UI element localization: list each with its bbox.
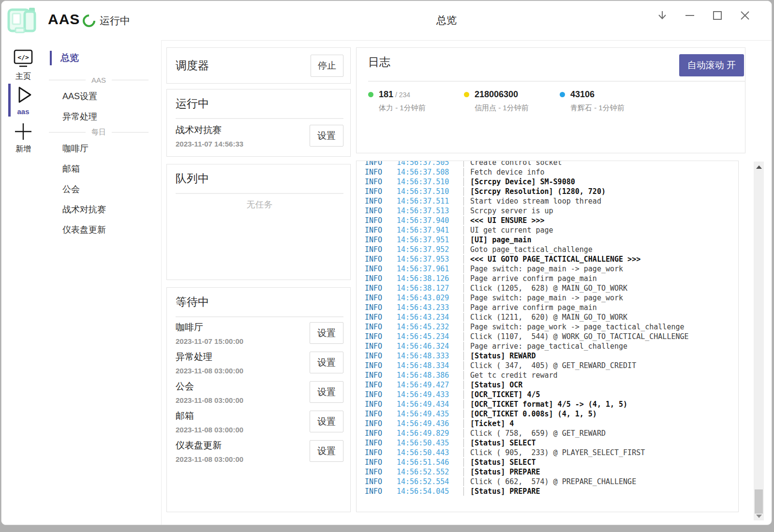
- scheduler-title: 调度器: [176, 58, 209, 73]
- close-button[interactable]: [739, 10, 751, 23]
- running-task-row: 战术对抗赛 2023-11-07 14:56:33 设置: [176, 124, 343, 148]
- waiting-task-row: 仪表盘更新2023-11-08 03:00:00设置: [176, 439, 343, 469]
- log-line: INFO14:56:38.126Page arrive confirm page…: [357, 274, 738, 283]
- task-name: 邮箱: [176, 410, 243, 422]
- resource-stat: 181 / 234体力 - 1分钟前: [368, 89, 426, 113]
- log-line: INFO14:56:37.952Goto page_tactical_chall…: [357, 245, 738, 254]
- log-line: INFO14:56:37.940<<< UI ENSURE >>>: [357, 216, 738, 225]
- stat-dot-icon: [464, 92, 469, 97]
- task-settings-button[interactable]: 设置: [310, 381, 343, 403]
- maximize-icon: [711, 9, 724, 24]
- menu-item-异常处理[interactable]: 异常处理: [45, 106, 161, 127]
- scrollbar-up-arrow-icon[interactable]: [754, 163, 764, 170]
- log-line: INFO14:56:52.552[Status] PREPARE: [357, 467, 738, 477]
- stop-button[interactable]: 停止: [311, 55, 343, 77]
- menu-item-战术对抗赛[interactable]: 战术对抗赛: [45, 199, 161, 220]
- scrollbar-thumb[interactable]: [755, 489, 763, 514]
- icon-rail: </>主页aas新增: [1, 40, 45, 525]
- menu-item-公会[interactable]: 公会: [45, 179, 161, 199]
- log-line: INFO14:56:37.941UI get current page: [357, 225, 738, 235]
- menu-item-总览[interactable]: 总览: [45, 50, 161, 66]
- waiting-task-row: 邮箱2023-11-08 03:00:00设置: [176, 410, 343, 439]
- download-button[interactable]: [656, 10, 669, 23]
- log-line: INFO14:56:37.510[Scrcpy Resolution] (128…: [357, 187, 738, 196]
- sidebar-menu: 总览AASAAS设置异常处理每日咖啡厅邮箱公会战术对抗赛仪表盘更新: [45, 40, 162, 525]
- queue-empty-text: 无任务: [176, 199, 343, 210]
- minimize-icon: [684, 9, 696, 24]
- log-line: INFO14:56:37.508Fetch device info: [357, 167, 738, 177]
- app-status-text: 运行中: [100, 14, 130, 28]
- queue-card: 队列中 无任务: [166, 164, 351, 280]
- log-line: INFO14:56:45.232Page switch: page_work -…: [357, 322, 738, 332]
- stat-dot-icon: [560, 92, 565, 97]
- rail-item-label: 主页: [1, 72, 45, 82]
- rail-item-aas[interactable]: aas: [1, 84, 45, 116]
- task-name: 仪表盘更新: [176, 439, 243, 452]
- task-time: 2023-11-08 03:00:00: [176, 367, 243, 375]
- menu-item-咖啡厅[interactable]: 咖啡厅: [45, 138, 161, 159]
- scrollbar-down-arrow-icon[interactable]: [754, 513, 764, 519]
- log-line: INFO14:56:37.951[UI] page_main: [357, 235, 738, 245]
- rail-item-label: aas: [1, 107, 45, 116]
- waiting-task-row: 咖啡厅2023-11-07 15:00:00设置: [176, 321, 343, 351]
- app-window: AAS 运行中 总览 </>主页aas新增 总览AASAAS设置异常处理每日咖啡…: [1, 0, 772, 525]
- task-name: 战术对抗赛: [176, 124, 243, 136]
- maximize-button[interactable]: [711, 10, 724, 23]
- menu-item-邮箱[interactable]: 邮箱: [45, 159, 161, 179]
- plus-icon: [1, 120, 45, 143]
- menu-group-divider: 每日: [49, 127, 149, 137]
- autoscroll-toggle-button[interactable]: 自动滚动 开: [679, 54, 744, 76]
- app-title: AAS: [48, 11, 80, 28]
- task-name: 异常处理: [176, 351, 243, 363]
- task-name: 咖啡厅: [176, 321, 243, 334]
- rail-item-home[interactable]: </>主页: [1, 48, 45, 82]
- stat-total: / 234: [393, 91, 410, 99]
- stat-label: 信用点 - 1分钟前: [475, 103, 529, 113]
- page-title: 总览: [436, 14, 457, 27]
- waiting-title: 等待中: [176, 295, 343, 310]
- log-view[interactable]: INFO14:56:37.505Create control socketINF…: [356, 161, 739, 512]
- log-line: INFO14:56:37.953<<< UI GOTO PAGE_TACTICA…: [357, 254, 738, 264]
- menu-group-divider: AAS: [49, 74, 149, 85]
- log-line: INFO14:56:49.829Click ( 758, 659) @ GET_…: [357, 429, 738, 438]
- rail-item-label: 新增: [1, 144, 45, 154]
- log-line: INFO14:56:50.435[Status] SELECT: [357, 438, 738, 448]
- task-settings-button[interactable]: 设置: [310, 322, 343, 344]
- waiting-card: 等待中 咖啡厅2023-11-07 15:00:00设置异常处理2023-11-…: [166, 287, 351, 512]
- app-logo-icon: [6, 4, 38, 36]
- minimize-button[interactable]: [684, 10, 696, 23]
- waiting-task-list: 咖啡厅2023-11-07 15:00:00设置异常处理2023-11-08 0…: [176, 321, 343, 469]
- log-line: INFO14:56:48.334Click ( 347, 405) @ GET_…: [357, 361, 738, 370]
- menu-item-AAS设置[interactable]: AAS设置: [45, 86, 161, 106]
- stat-label: 青辉石 - 1分钟前: [570, 103, 625, 113]
- task-time: 2023-11-08 03:00:00: [176, 426, 243, 434]
- menu-item-仪表盘更新[interactable]: 仪表盘更新: [45, 220, 161, 240]
- resource-stat: 43106青辉石 - 1分钟前: [560, 89, 625, 113]
- divider: [176, 193, 343, 194]
- resource-stat: 218006300信用点 - 1分钟前: [464, 89, 529, 113]
- stat-value: 218006300: [475, 89, 518, 100]
- task-settings-button[interactable]: 设置: [310, 411, 343, 432]
- svg-text:</>: </>: [17, 54, 29, 61]
- log-line: INFO14:56:37.505Create control socket: [357, 161, 738, 167]
- log-lines: INFO14:56:37.505Create control socketINF…: [357, 161, 738, 496]
- log-line: INFO14:56:49.427[Status] OCR: [357, 380, 738, 390]
- play-icon: [1, 84, 45, 106]
- divider: [176, 316, 343, 317]
- task-settings-button[interactable]: 设置: [310, 125, 343, 147]
- log-scrollbar[interactable]: [754, 162, 764, 520]
- stat-value: 181: [379, 89, 393, 100]
- log-line: INFO14:56:43.234Click (1211, 620) @ MAIN…: [357, 312, 738, 322]
- divider: [368, 81, 745, 82]
- task-settings-button[interactable]: 设置: [310, 440, 343, 462]
- log-line: INFO14:56:49.435[OCR_TICKET 0.008s] (4, …: [357, 409, 738, 419]
- stat-value: 43106: [570, 89, 595, 100]
- log-line: INFO14:56:51.546[Status] SELECT: [357, 458, 738, 467]
- code-monitor-icon: </>: [1, 48, 45, 70]
- stat-dot-icon: [368, 92, 373, 97]
- task-name: 公会: [176, 380, 243, 393]
- running-title: 运行中: [176, 96, 343, 111]
- rail-item-new[interactable]: 新增: [1, 120, 45, 154]
- log-line: INFO14:56:49.436[Ticket] 4: [357, 419, 738, 429]
- task-settings-button[interactable]: 设置: [310, 352, 343, 373]
